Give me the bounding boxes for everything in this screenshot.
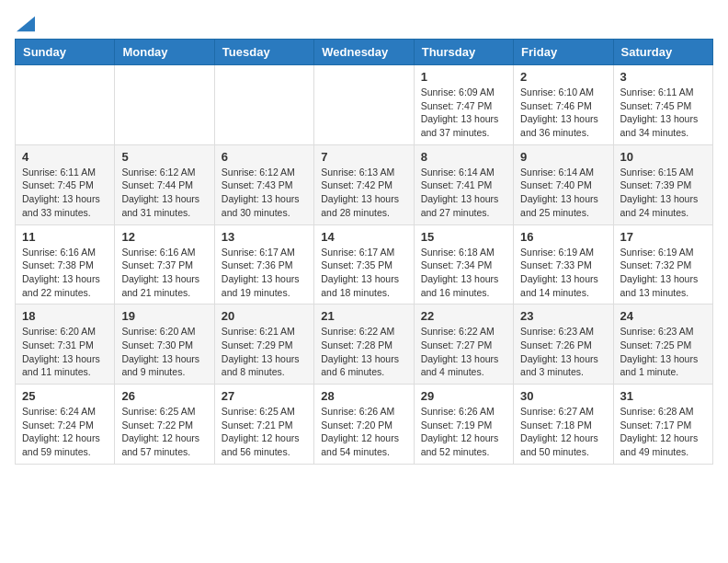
week-row-2: 4Sunrise: 6:11 AM Sunset: 7:45 PM Daylig… <box>16 144 713 224</box>
day-number: 6 <box>222 150 307 164</box>
day-info: Sunrise: 6:13 AM Sunset: 7:42 PM Dayligh… <box>321 167 399 218</box>
day-cell: 22Sunrise: 6:22 AM Sunset: 7:27 PM Dayli… <box>414 304 513 385</box>
day-info: Sunrise: 6:11 AM Sunset: 7:45 PM Dayligh… <box>22 167 100 218</box>
day-number: 29 <box>421 389 506 403</box>
day-cell: 28Sunrise: 6:26 AM Sunset: 7:20 PM Dayli… <box>314 385 414 465</box>
col-header-thursday: Thursday <box>414 40 513 65</box>
day-cell: 1Sunrise: 6:09 AM Sunset: 7:47 PM Daylig… <box>414 65 513 145</box>
day-info: Sunrise: 6:14 AM Sunset: 7:41 PM Dayligh… <box>421 167 499 218</box>
day-cell: 3Sunrise: 6:11 AM Sunset: 7:45 PM Daylig… <box>613 65 712 145</box>
day-cell: 12Sunrise: 6:16 AM Sunset: 7:37 PM Dayli… <box>115 224 214 304</box>
day-number: 19 <box>121 309 207 323</box>
day-info: Sunrise: 6:27 AM Sunset: 7:18 PM Dayligh… <box>520 406 598 457</box>
day-number: 31 <box>620 389 706 403</box>
day-number: 24 <box>620 309 706 323</box>
day-number: 13 <box>222 230 307 244</box>
day-info: Sunrise: 6:09 AM Sunset: 7:47 PM Dayligh… <box>421 86 499 138</box>
day-info: Sunrise: 6:17 AM Sunset: 7:36 PM Dayligh… <box>222 247 300 298</box>
day-number: 23 <box>520 309 606 323</box>
day-cell: 6Sunrise: 6:12 AM Sunset: 7:43 PM Daylig… <box>214 144 313 224</box>
week-row-1: 1Sunrise: 6:09 AM Sunset: 7:47 PM Daylig… <box>16 65 713 145</box>
day-cell: 4Sunrise: 6:11 AM Sunset: 7:45 PM Daylig… <box>16 144 115 224</box>
day-info: Sunrise: 6:25 AM Sunset: 7:22 PM Dayligh… <box>121 406 199 457</box>
day-info: Sunrise: 6:17 AM Sunset: 7:35 PM Dayligh… <box>321 247 399 298</box>
day-number: 18 <box>22 309 108 323</box>
day-cell: 30Sunrise: 6:27 AM Sunset: 7:18 PM Dayli… <box>514 385 613 465</box>
day-cell: 7Sunrise: 6:13 AM Sunset: 7:42 PM Daylig… <box>314 144 414 224</box>
day-info: Sunrise: 6:26 AM Sunset: 7:19 PM Dayligh… <box>421 406 499 457</box>
day-cell: 14Sunrise: 6:17 AM Sunset: 7:35 PM Dayli… <box>314 224 414 304</box>
day-cell: 24Sunrise: 6:23 AM Sunset: 7:25 PM Dayli… <box>613 304 712 385</box>
day-info: Sunrise: 6:19 AM Sunset: 7:32 PM Dayligh… <box>620 247 699 298</box>
col-header-sunday: Sunday <box>16 40 115 65</box>
day-cell: 29Sunrise: 6:26 AM Sunset: 7:19 PM Dayli… <box>414 385 513 465</box>
day-info: Sunrise: 6:22 AM Sunset: 7:28 PM Dayligh… <box>321 326 399 377</box>
day-info: Sunrise: 6:22 AM Sunset: 7:27 PM Dayligh… <box>421 326 499 377</box>
day-cell <box>16 65 115 145</box>
day-cell <box>314 65 414 145</box>
day-number: 10 <box>620 150 706 164</box>
day-cell: 2Sunrise: 6:10 AM Sunset: 7:46 PM Daylig… <box>514 65 613 145</box>
day-info: Sunrise: 6:21 AM Sunset: 7:29 PM Dayligh… <box>222 326 300 377</box>
day-number: 12 <box>121 230 207 244</box>
week-row-5: 25Sunrise: 6:24 AM Sunset: 7:24 PM Dayli… <box>16 385 713 465</box>
day-cell: 23Sunrise: 6:23 AM Sunset: 7:26 PM Dayli… <box>514 304 613 385</box>
day-number: 27 <box>222 389 307 403</box>
day-number: 28 <box>321 389 406 403</box>
day-number: 4 <box>22 150 108 164</box>
day-cell: 21Sunrise: 6:22 AM Sunset: 7:28 PM Dayli… <box>314 304 414 385</box>
day-cell: 16Sunrise: 6:19 AM Sunset: 7:33 PM Dayli… <box>514 224 613 304</box>
col-header-monday: Monday <box>115 40 214 65</box>
day-cell: 26Sunrise: 6:25 AM Sunset: 7:22 PM Dayli… <box>115 385 214 465</box>
day-info: Sunrise: 6:25 AM Sunset: 7:21 PM Dayligh… <box>222 406 300 457</box>
day-info: Sunrise: 6:23 AM Sunset: 7:26 PM Dayligh… <box>520 326 598 377</box>
day-info: Sunrise: 6:20 AM Sunset: 7:30 PM Dayligh… <box>121 326 199 377</box>
day-cell: 17Sunrise: 6:19 AM Sunset: 7:32 PM Dayli… <box>613 224 712 304</box>
day-info: Sunrise: 6:23 AM Sunset: 7:25 PM Dayligh… <box>620 326 699 377</box>
day-cell: 27Sunrise: 6:25 AM Sunset: 7:21 PM Dayli… <box>214 385 313 465</box>
logo <box>15 15 35 28</box>
day-info: Sunrise: 6:19 AM Sunset: 7:33 PM Dayligh… <box>520 247 598 298</box>
day-number: 16 <box>520 230 606 244</box>
svg-marker-0 <box>17 17 35 32</box>
day-number: 21 <box>321 309 406 323</box>
day-info: Sunrise: 6:16 AM Sunset: 7:37 PM Dayligh… <box>121 247 199 298</box>
day-number: 1 <box>421 70 506 84</box>
col-header-friday: Friday <box>514 40 613 65</box>
day-number: 11 <box>22 230 108 244</box>
col-header-wednesday: Wednesday <box>314 40 414 65</box>
header <box>15 15 713 28</box>
day-info: Sunrise: 6:12 AM Sunset: 7:44 PM Dayligh… <box>121 167 199 218</box>
week-row-4: 18Sunrise: 6:20 AM Sunset: 7:31 PM Dayli… <box>16 304 713 385</box>
week-row-3: 11Sunrise: 6:16 AM Sunset: 7:38 PM Dayli… <box>16 224 713 304</box>
day-info: Sunrise: 6:10 AM Sunset: 7:46 PM Dayligh… <box>520 86 598 138</box>
day-cell: 11Sunrise: 6:16 AM Sunset: 7:38 PM Dayli… <box>16 224 115 304</box>
day-cell: 18Sunrise: 6:20 AM Sunset: 7:31 PM Dayli… <box>16 304 115 385</box>
day-number: 7 <box>321 150 406 164</box>
day-number: 14 <box>321 230 406 244</box>
day-number: 25 <box>22 389 108 403</box>
day-cell <box>115 65 214 145</box>
day-cell: 31Sunrise: 6:28 AM Sunset: 7:17 PM Dayli… <box>613 385 712 465</box>
day-number: 17 <box>620 230 706 244</box>
day-number: 15 <box>421 230 506 244</box>
day-cell: 10Sunrise: 6:15 AM Sunset: 7:39 PM Dayli… <box>613 144 712 224</box>
day-info: Sunrise: 6:26 AM Sunset: 7:20 PM Dayligh… <box>321 406 399 457</box>
day-cell <box>214 65 313 145</box>
day-number: 2 <box>520 70 606 84</box>
day-number: 3 <box>620 70 706 84</box>
day-cell: 13Sunrise: 6:17 AM Sunset: 7:36 PM Dayli… <box>214 224 313 304</box>
day-cell: 5Sunrise: 6:12 AM Sunset: 7:44 PM Daylig… <box>115 144 214 224</box>
day-info: Sunrise: 6:24 AM Sunset: 7:24 PM Dayligh… <box>22 406 100 457</box>
day-number: 26 <box>121 389 207 403</box>
day-info: Sunrise: 6:15 AM Sunset: 7:39 PM Dayligh… <box>620 167 699 218</box>
day-cell: 19Sunrise: 6:20 AM Sunset: 7:30 PM Dayli… <box>115 304 214 385</box>
header-row: SundayMondayTuesdayWednesdayThursdayFrid… <box>16 40 713 65</box>
day-info: Sunrise: 6:20 AM Sunset: 7:31 PM Dayligh… <box>22 326 100 377</box>
day-info: Sunrise: 6:11 AM Sunset: 7:45 PM Dayligh… <box>620 86 699 138</box>
day-number: 9 <box>520 150 606 164</box>
day-number: 20 <box>222 309 307 323</box>
day-cell: 9Sunrise: 6:14 AM Sunset: 7:40 PM Daylig… <box>514 144 613 224</box>
logo-icon <box>17 15 35 33</box>
day-info: Sunrise: 6:16 AM Sunset: 7:38 PM Dayligh… <box>22 247 100 298</box>
